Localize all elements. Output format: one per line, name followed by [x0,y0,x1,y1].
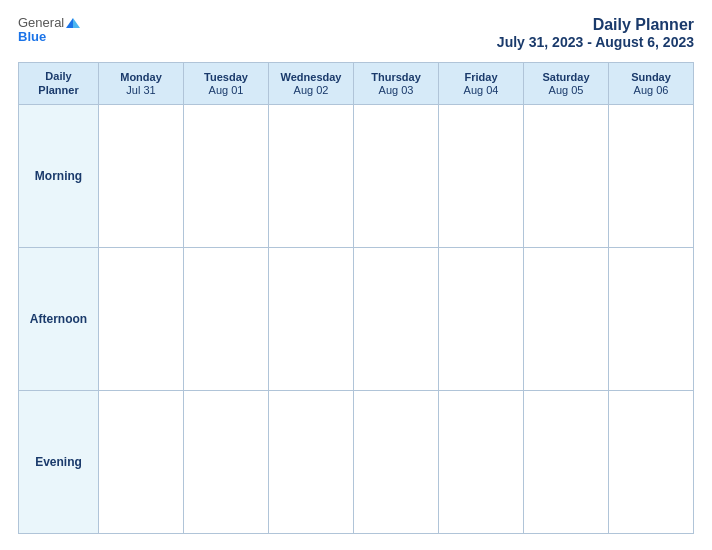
col-header-planner: Daily Planner [19,63,99,105]
cell-evening-wednesday[interactable] [269,390,354,533]
col-header-saturday: Saturday Aug 05 [524,63,609,105]
row-label-morning: Morning [19,104,99,247]
cell-afternoon-saturday[interactable] [524,247,609,390]
row-label-evening: Evening [19,390,99,533]
cell-afternoon-friday[interactable] [439,247,524,390]
row-evening: Evening [19,390,694,533]
cell-evening-tuesday[interactable] [184,390,269,533]
col-header-monday: Monday Jul 31 [99,63,184,105]
row-label-afternoon: Afternoon [19,247,99,390]
page-title: Daily Planner [497,16,694,34]
row-afternoon: Afternoon [19,247,694,390]
cell-evening-sunday[interactable] [609,390,694,533]
cell-evening-monday[interactable] [99,390,184,533]
cell-morning-sunday[interactable] [609,104,694,247]
title-area: Daily Planner July 31, 2023 - August 6, … [497,16,694,50]
col-header-sunday: Sunday Aug 06 [609,63,694,105]
logo-general: General [18,16,64,29]
date-range: July 31, 2023 - August 6, 2023 [497,34,694,50]
col-header-thursday: Thursday Aug 03 [354,63,439,105]
col-header-tuesday: Tuesday Aug 01 [184,63,269,105]
cell-morning-friday[interactable] [439,104,524,247]
cell-morning-thursday[interactable] [354,104,439,247]
row-morning: Morning [19,104,694,247]
col-header-friday: Friday Aug 04 [439,63,524,105]
logo-area: General Blue [18,16,80,43]
cell-evening-friday[interactable] [439,390,524,533]
cell-evening-thursday[interactable] [354,390,439,533]
cell-afternoon-sunday[interactable] [609,247,694,390]
cell-afternoon-wednesday[interactable] [269,247,354,390]
logo-blue: Blue [18,30,46,43]
cell-evening-saturday[interactable] [524,390,609,533]
cell-morning-monday[interactable] [99,104,184,247]
bird-icon [66,18,80,28]
col-header-wednesday: Wednesday Aug 02 [269,63,354,105]
cell-morning-wednesday[interactable] [269,104,354,247]
cell-morning-saturday[interactable] [524,104,609,247]
planner-table: Daily Planner Monday Jul 31 Tuesday Aug … [18,62,694,534]
cell-afternoon-thursday[interactable] [354,247,439,390]
cell-afternoon-monday[interactable] [99,247,184,390]
page-header: General Blue Daily Planner July 31, 2023… [18,16,694,50]
cell-morning-tuesday[interactable] [184,104,269,247]
cell-afternoon-tuesday[interactable] [184,247,269,390]
